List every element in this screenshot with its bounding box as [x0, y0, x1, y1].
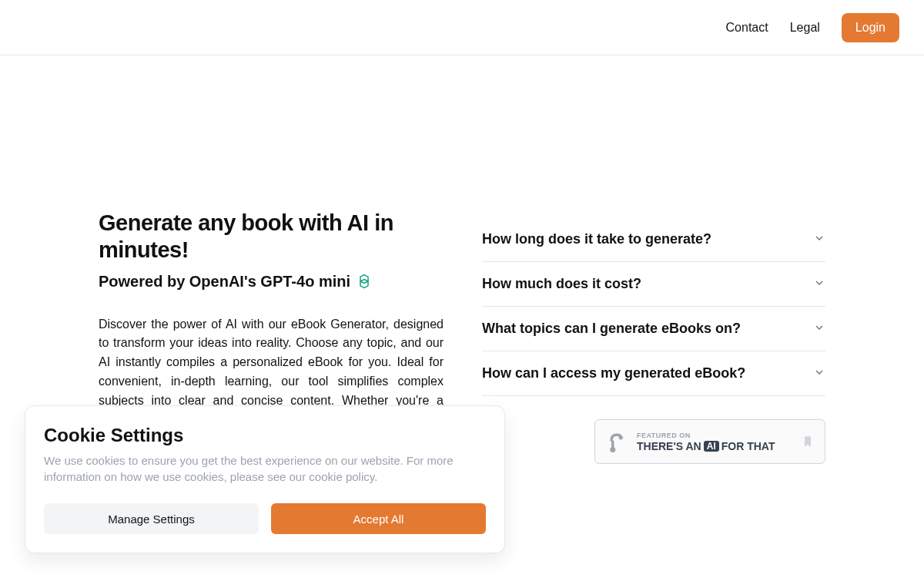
manage-settings-button[interactable]: Manage Settings	[44, 503, 259, 534]
featured-badge[interactable]: FEATURED ON THERE'S AN AI FOR THAT	[594, 419, 825, 464]
faq-item-3[interactable]: How can I access my generated eBook?	[482, 351, 825, 396]
featured-prefix: THERE'S AN	[637, 440, 701, 452]
featured-ai-box: AI	[704, 441, 719, 452]
robot-arm-icon	[606, 431, 628, 452]
faq-item-1[interactable]: How much does it cost?	[482, 262, 825, 307]
hero-headline: Generate any book with AI in minutes!	[99, 210, 444, 264]
faq-item-2[interactable]: What topics can I generate eBooks on?	[482, 307, 825, 351]
svg-point-2	[619, 435, 623, 439]
cookie-description: We use cookies to ensure you get the bes…	[44, 452, 486, 485]
chevron-down-icon	[813, 277, 825, 292]
top-navigation: Contact Legal Login	[0, 0, 924, 55]
featured-suffix: FOR THAT	[721, 440, 775, 452]
cookie-title: Cookie Settings	[44, 425, 486, 446]
nav-contact[interactable]: Contact	[726, 21, 768, 35]
faq-item-0[interactable]: How long does it take to generate?	[482, 217, 825, 262]
cookie-buttons: Manage Settings Accept All	[44, 503, 486, 534]
faq-question: How much does it cost?	[482, 276, 641, 292]
bookmark-icon	[802, 434, 814, 449]
featured-top-label: FEATURED ON	[637, 432, 792, 439]
faq-question: What topics can I generate eBooks on?	[482, 321, 741, 337]
featured-bottom-label: THERE'S AN AI FOR THAT	[637, 440, 792, 452]
subhead-text: Powered by OpenAI's GPT-4o mini	[99, 273, 350, 291]
faq-question: How long does it take to generate?	[482, 231, 711, 247]
chevron-down-icon	[813, 232, 825, 247]
nav-links: Contact Legal Login	[726, 13, 899, 42]
hero-subhead: Powered by OpenAI's GPT-4o mini	[99, 273, 444, 291]
faq-column: How long does it take to generate? How m…	[482, 210, 825, 507]
cookie-settings-modal: Cookie Settings We use cookies to ensure…	[25, 405, 505, 553]
accept-all-button[interactable]: Accept All	[271, 503, 486, 534]
openai-icon	[357, 274, 372, 289]
faq-question: How can I access my generated eBook?	[482, 365, 745, 381]
login-button[interactable]: Login	[842, 13, 899, 42]
featured-text: FEATURED ON THERE'S AN AI FOR THAT	[637, 432, 792, 452]
nav-legal[interactable]: Legal	[790, 21, 820, 35]
chevron-down-icon	[813, 321, 825, 337]
chevron-down-icon	[813, 366, 825, 381]
